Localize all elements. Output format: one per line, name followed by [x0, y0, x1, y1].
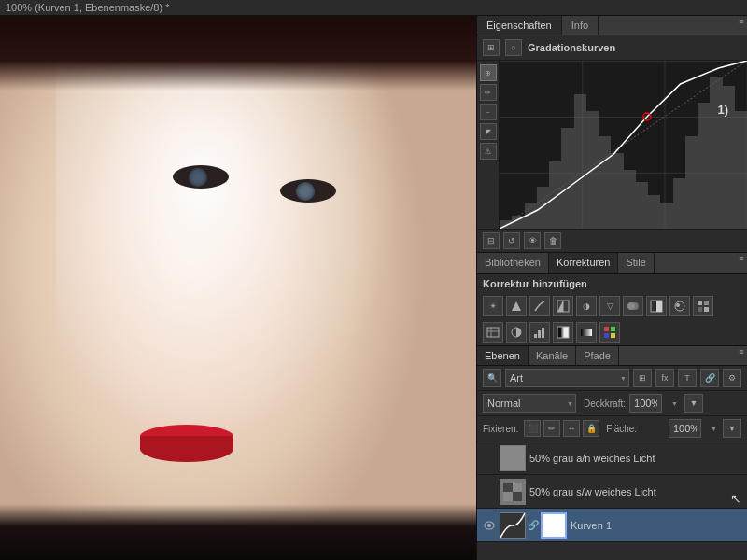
svg-rect-22: [542, 328, 544, 338]
corr-levels[interactable]: [506, 296, 527, 316]
layer-eye-2[interactable]: [483, 485, 496, 498]
corrections-panel: Bibliotheken Korrekturen Stile ≡ Korrekt…: [477, 253, 747, 346]
properties-collapse[interactable]: ≡: [736, 16, 747, 27]
layer-eye-1[interactable]: [483, 452, 496, 465]
corr-exposure[interactable]: [553, 296, 573, 316]
filter-icon-grid[interactable]: ⊞: [633, 369, 652, 387]
layer-item-1[interactable]: 50% grau a/n weiches Licht: [477, 441, 747, 475]
layers-panel: Ebenen Kanäle Pfade ≡ 🔍 Art ⊞: [477, 346, 747, 560]
corr-threshold[interactable]: [553, 322, 573, 343]
curve-annotation: 1): [717, 103, 728, 117]
curves-bottom: ⊟ ↺ 👁 🗑: [477, 229, 747, 252]
lock-label: Fixieren:: [483, 424, 518, 434]
canvas-image: [0, 16, 476, 560]
clothing: [0, 504, 476, 560]
opacity-input[interactable]: [629, 394, 662, 413]
lock-btn-draw[interactable]: ✏: [543, 420, 560, 437]
corr-posterize[interactable]: [529, 322, 550, 343]
corr-invert[interactable]: [506, 322, 527, 343]
svg-rect-9: [656, 301, 662, 312]
layers-collapse[interactable]: ≡: [736, 346, 747, 357]
svg-point-34: [487, 524, 491, 527]
layer-eye-3[interactable]: [483, 519, 496, 532]
filter-icon-T[interactable]: T: [678, 369, 697, 387]
curves-icon-circle[interactable]: ○: [505, 39, 522, 56]
svg-point-11: [676, 303, 680, 307]
svg-marker-2: [512, 301, 521, 311]
svg-rect-16: [487, 328, 499, 337]
layer-item-3[interactable]: 🔗 Kurven 1: [477, 509, 747, 542]
tab-kanaele[interactable]: Kanäle: [529, 346, 576, 365]
tool-smooth[interactable]: ~: [480, 104, 497, 120]
tool-draw[interactable]: ✏: [480, 84, 497, 101]
svg-rect-31: [503, 483, 513, 492]
tab-bibliotheken[interactable]: Bibliotheken: [477, 253, 549, 273]
layer-thumb-2: [500, 479, 526, 505]
curves-btn-eye[interactable]: 👁: [524, 232, 541, 249]
corr-gradient[interactable]: [576, 322, 597, 343]
tool-point[interactable]: ⊕: [480, 64, 497, 81]
curves-icon-grid[interactable]: ⊞: [483, 39, 500, 56]
corr-vibrance[interactable]: ◑: [576, 296, 597, 316]
filter-search-icon[interactable]: 🔍: [483, 369, 501, 387]
tab-pfade[interactable]: Pfade: [576, 346, 619, 365]
svg-rect-26: [604, 327, 609, 331]
filter-icon-settings[interactable]: ⚙: [723, 369, 741, 387]
lock-btn-checkerboard[interactable]: ⬛: [524, 420, 541, 437]
corr-selective[interactable]: [599, 322, 620, 343]
tool-corner[interactable]: ◤: [480, 123, 497, 140]
layer-cursor-icon: ↖: [730, 491, 741, 506]
corrections-collapse[interactable]: ≡: [736, 253, 747, 264]
tab-info[interactable]: Info: [562, 16, 599, 35]
svg-line-0: [500, 61, 747, 229]
lock-row: Fixieren: ⬛ ✏ ↔ 🔒 Fläche: ▼: [477, 416, 747, 441]
corr-photofilter[interactable]: [669, 296, 690, 316]
opacity-arrow[interactable]: ▼: [684, 394, 703, 413]
tab-korrekturen[interactable]: Korrekturen: [549, 253, 618, 273]
layer-chain-3: 🔗: [529, 512, 537, 539]
corr-bw[interactable]: [646, 296, 667, 316]
tool-warning[interactable]: ⚠: [480, 143, 497, 160]
lock-btn-lock[interactable]: 🔒: [583, 420, 599, 437]
tab-stile[interactable]: Stile: [618, 253, 654, 273]
correction-title: Korrektur hinzufügen: [477, 274, 747, 293]
layer-thumb-1: [500, 445, 526, 471]
fill-arrow[interactable]: ▼: [723, 419, 741, 438]
layers-filter-row: 🔍 Art ⊞ fx T 🔗 ⚙: [477, 366, 747, 391]
blend-mode-dropdown[interactable]: Normal: [483, 394, 576, 413]
corrections-row2: [477, 319, 747, 345]
svg-rect-21: [538, 330, 541, 338]
filter-icon-link[interactable]: 🔗: [700, 369, 719, 387]
curves-btn-collapse[interactable]: ⊟: [483, 232, 500, 249]
curves-title: Gradationskurven: [528, 42, 615, 53]
blend-opacity-row: Normal Deckkraft: ▼: [477, 391, 747, 416]
svg-rect-13: [704, 301, 709, 305]
main-area: Eigenschaften Info ≡ ⊞ ○ Gradationskurve…: [0, 16, 747, 560]
svg-rect-24: [563, 327, 569, 338]
corr-colorbalance[interactable]: [623, 296, 643, 316]
corr-channelmixer[interactable]: [693, 296, 713, 316]
corr-hsl[interactable]: ▽: [599, 296, 620, 316]
curves-header: ⊞ ○ Gradationskurven: [477, 35, 747, 61]
corr-brightness[interactable]: ☀: [483, 296, 503, 316]
layer-name-1: 50% grau a/n weiches Licht: [529, 453, 741, 464]
curves-area: ⊕ ✏ ~ ◤ ⚠: [477, 61, 747, 229]
filter-type-dropdown[interactable]: Art: [505, 369, 629, 387]
eye-right: [275, 175, 341, 207]
layer-item-2[interactable]: 50% grau s/w weiches Licht ↖: [477, 475, 747, 509]
curves-btn-trash[interactable]: 🗑: [544, 232, 561, 249]
tab-ebenen[interactable]: Ebenen: [477, 346, 529, 365]
layers-tabs: Ebenen Kanäle Pfade ≡: [477, 346, 747, 366]
opacity-label: Deckkraft:: [584, 399, 626, 409]
filter-icon-fx[interactable]: fx: [655, 369, 674, 387]
canvas-area: [0, 16, 476, 560]
tab-eigenschaften[interactable]: Eigenschaften: [477, 16, 562, 35]
curves-btn-arrow[interactable]: ↺: [503, 232, 520, 249]
curves-graph[interactable]: 1): [500, 61, 747, 229]
layer-name-3: Kurven 1: [571, 520, 741, 531]
hair: [0, 16, 476, 91]
lock-btn-move[interactable]: ↔: [563, 420, 580, 437]
corr-curves[interactable]: [529, 296, 550, 316]
fill-input[interactable]: [669, 419, 701, 438]
corr-colorlookup[interactable]: [483, 322, 503, 343]
